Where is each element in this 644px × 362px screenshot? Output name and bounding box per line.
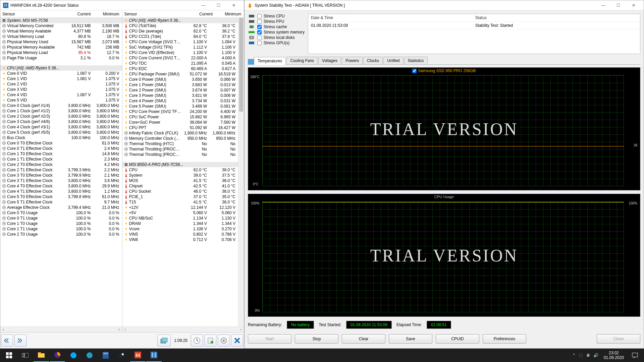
close-button[interactable]: ✕ xyxy=(226,0,241,10)
sensor-row[interactable]: Virtual Memory Commited18,512 MB3,506 MB xyxy=(0,23,122,28)
sensor-row[interactable]: Core 5 Clock (perf #5/5)3,800.0 MHz3,800… xyxy=(0,130,122,135)
sensor-row[interactable]: Infinity Fabric Clock (FCLK)1,900.0 MHz1… xyxy=(122,130,238,136)
clear-button[interactable]: Clear xyxy=(342,334,385,344)
sensor-row[interactable]: Core 4 Power (SMU)3.734 W0.031 W xyxy=(122,98,238,104)
sensor-row[interactable]: T1541.5 °C36.0 °C xyxy=(122,199,238,205)
tab-cooling-fans[interactable]: Cooling Fans xyxy=(286,57,318,64)
sensor-row[interactable]: Core 3 T0 Effective Clock3,799.9 MHz2.1 … xyxy=(0,173,122,178)
tab-unified[interactable]: Unified xyxy=(383,57,403,64)
sensor-row[interactable]: Core 3 VID1.075 V xyxy=(0,87,122,92)
sensor-row[interactable]: Core 4 T1 Effective Clock3,800.0 MHz1.2 … xyxy=(0,189,122,194)
taskbar[interactable]: 64 ⌃ ▢ 🖥 🔊 23:02 01.09.2020 xyxy=(0,349,644,362)
app-icon[interactable] xyxy=(82,349,97,362)
stress-checkbox[interactable] xyxy=(257,30,262,35)
sensor-row[interactable]: Physical Memory Load95.4 %12.7 % xyxy=(0,50,122,55)
stress-checkbox[interactable] xyxy=(257,14,262,18)
sensor-row[interactable]: +5V5.060 V5.060 V xyxy=(122,210,238,216)
sensor-row[interactable]: Core 4 Clock (perf #3/1)3,800.0 MHz3,800… xyxy=(0,124,122,130)
sensor-row[interactable]: Core 5 T0 Effective Clock3,799.8 MHz61.0… xyxy=(0,194,122,199)
sensor-row[interactable]: Core 3 T1 Effective Clock3,800.0 MHz3.6 … xyxy=(0,178,122,183)
hwinfo-taskbar-icon[interactable] xyxy=(146,349,162,362)
sensor-row[interactable]: Core 1 Clock (perf #1/2)3,800.0 MHz3,800… xyxy=(0,108,122,114)
preferences-button[interactable]: Preferences xyxy=(483,334,526,344)
sensor-row[interactable]: Core 1 Power (SMU)3.683 W0.013 W xyxy=(122,82,238,87)
sensor-row[interactable]: Core+SoC Power39.064 W7.560 W xyxy=(122,120,238,125)
sensor-header[interactable]: Sensor Current Minimum xyxy=(122,10,244,18)
explorer-icon[interactable] xyxy=(34,349,49,362)
sensor-row[interactable]: CPU Die (average)62.0 °C38.2 °C xyxy=(122,28,238,34)
sensor-row[interactable]: Core 0 Power (SMU)3.650 W0.066 W xyxy=(122,77,238,82)
sensor-row[interactable]: Core 2 Power (SMU)3.674 W0.007 W xyxy=(122,87,238,93)
chart-legend[interactable]: Samsung SSD 950 PRO 256GB xyxy=(248,68,640,74)
sensor-row[interactable]: CPU Core Current (SVI2 TF...22.000 A4.00… xyxy=(122,55,238,61)
sensor-row[interactable]: Core 1 T1 Usage100.0 %0.0 % xyxy=(0,226,122,232)
sensor-row[interactable]: Core 2 T0 Effective Clock4.2 MHz xyxy=(0,162,122,167)
sensor-row[interactable]: Thermal Throttling (HTC)NoNo xyxy=(122,141,238,146)
sensor-row[interactable]: Core 2 T0 Usage100.0 %0.0 % xyxy=(0,232,122,237)
sensor-row[interactable]: Core 2 T1 Effective Clock3,799.3 MHz2.2 … xyxy=(0,167,122,173)
sensor-row[interactable]: Vcore1.106 V0.270 V xyxy=(122,226,238,232)
maximize-button[interactable]: ☐ xyxy=(211,0,226,10)
sensor-row[interactable]: CPU CCD1 (Tdie)64.0 °C37.8 °C xyxy=(122,34,238,39)
sensor-row[interactable]: CPU TDC21.095 A0.545 A xyxy=(122,61,238,66)
sensor-row[interactable]: Core 3 Power (SMU)3.921 W0.006 W xyxy=(122,93,238,98)
sensor-row[interactable]: Core 4 T0 Effective Clock3,800.0 MHz29.9… xyxy=(0,183,122,189)
sensor-group[interactable]: MSI B550-A PRO (MS-7C56... xyxy=(122,162,238,167)
expand-button[interactable] xyxy=(1,335,13,347)
collapse-button[interactable] xyxy=(14,335,26,347)
sensor-row[interactable]: VIN60.712 V0.706 V xyxy=(122,237,238,242)
tray-onedrive-icon[interactable]: ▢ xyxy=(579,353,583,358)
sensor-row[interactable]: SoC Voltage (SVI2 TFN)1.112 V1.106 V xyxy=(122,45,238,50)
sensor-row[interactable]: System39.0 °C37.5 °C xyxy=(122,173,238,178)
sensor-row[interactable]: CPU Core Power (SVI2 TFN)24.200 W4.400 W xyxy=(122,109,238,114)
close-tool-button[interactable] xyxy=(231,335,243,347)
steam-icon[interactable] xyxy=(114,349,129,362)
aida64-icon[interactable]: 64 xyxy=(130,349,146,362)
hscroll[interactable]: ‹› xyxy=(0,326,122,332)
skype-icon[interactable] xyxy=(66,349,81,362)
sensor-row[interactable]: CPU Core Voltage (SVI2 TF...1.100 V1.094… xyxy=(122,39,238,45)
sensor-row[interactable]: Core 5 VID1.075 V xyxy=(0,98,122,103)
clock-button[interactable] xyxy=(191,335,203,347)
sensor-row[interactable]: CPU NB/SoC1.134 V1.130 V xyxy=(122,216,238,221)
stress-checkbox[interactable] xyxy=(257,36,262,40)
start-button[interactable] xyxy=(1,349,17,362)
sensor-row[interactable]: Core 2 VID1.075 V xyxy=(0,81,122,87)
sensor-row[interactable]: CPU EDC60.465 A0.627 A xyxy=(122,66,238,71)
minimize-button[interactable]: — xyxy=(596,0,611,10)
sensor-row[interactable]: CPU SoC Power15.882 W6.965 W xyxy=(122,114,238,120)
sensor-rows[interactable]: System: MSI MS-7C56Virtual Memory Commit… xyxy=(0,18,122,326)
sensor-group[interactable]: CPU [#0]: AMD Ryzen 5 36... xyxy=(122,18,238,23)
sensor-row[interactable]: +12V12.144 V12.120 V xyxy=(122,205,238,210)
taskbar-clock[interactable]: 23:02 01.09.2020 xyxy=(601,351,627,360)
sensor-row[interactable]: Core 1 T1 Effective Clock2.3 MHz xyxy=(0,157,122,162)
sensor-row[interactable]: Core 1 T0 Effective Clock14.8 MHz xyxy=(0,151,122,157)
sensor-header[interactable]: Sensor Current Minimum xyxy=(0,10,122,18)
sensor-row[interactable]: Core 0 Clock (perf #1/4)3,800.0 MHz3,800… xyxy=(0,103,122,108)
sensor-row[interactable]: CPU Core VID (Effective)1.100 V1.100 V xyxy=(122,50,238,55)
tray-expand-icon[interactable]: ⌃ xyxy=(572,353,576,358)
tab-voltages[interactable]: Voltages xyxy=(318,57,341,64)
sensor-row[interactable]: VIN50.802 V0.786 V xyxy=(122,232,238,237)
sensor-row[interactable]: Virtual Memory Load80.8 %18.7 % xyxy=(0,34,122,39)
series-checkbox[interactable] xyxy=(412,69,417,73)
tab-clocks[interactable]: Clocks xyxy=(363,57,383,64)
sensor-group[interactable]: System: MSI MS-7C56 xyxy=(0,18,122,23)
start-button[interactable]: Start xyxy=(248,334,291,344)
tab-temperatures[interactable]: Temperatures xyxy=(254,57,286,65)
taskview-button[interactable] xyxy=(17,349,33,362)
sensor-row[interactable]: Bus Clock100.0 MHz100.0 MHz xyxy=(0,135,122,140)
minimize-button[interactable]: — xyxy=(196,0,211,10)
maximize-button[interactable]: ☐ xyxy=(611,0,626,10)
tab-powers[interactable]: Powers xyxy=(342,57,363,64)
sensor-row[interactable]: Core 0 VID1.087 V0.200 V xyxy=(0,71,122,76)
sensor-rows[interactable]: CPU [#0]: AMD Ryzen 5 36...CPU (Tctl/Tdi… xyxy=(122,18,238,326)
sensor-row[interactable]: Virtual Memory Available4,377 MB2,190 MB xyxy=(0,28,122,34)
hscroll[interactable]: ‹› xyxy=(122,326,244,332)
sensor-row[interactable]: CPU PPT51.092 W16.427 W xyxy=(122,125,238,130)
sensor-row[interactable]: Physical Memory Used15,567 MB2,073 MB xyxy=(0,39,122,45)
close-button[interactable]: ✕ xyxy=(626,0,641,10)
sensor-row[interactable]: Thermal Throttling (PROCH...NoNo xyxy=(122,152,238,157)
sensor-row[interactable]: CPU62.0 °C38.0 °C xyxy=(122,167,238,173)
vscroll[interactable] xyxy=(238,18,244,326)
